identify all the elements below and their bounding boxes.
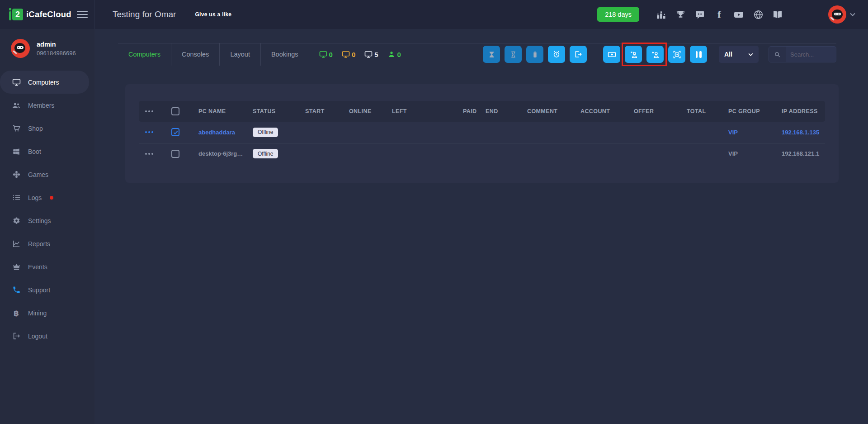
column-header-pc-group: PC GROUP xyxy=(725,101,778,122)
chevron-down-icon xyxy=(850,13,855,16)
hourglass-button[interactable] xyxy=(505,46,522,63)
status-badge: Offline xyxy=(253,149,278,158)
sidebar-item-logs[interactable]: Logs xyxy=(0,186,89,209)
tab-consoles[interactable]: Consoles xyxy=(171,43,220,66)
facebook-icon[interactable]: f xyxy=(714,9,725,20)
search-box xyxy=(769,46,836,62)
count-online-pcs: 0 xyxy=(319,50,333,58)
youtube-icon[interactable] xyxy=(733,9,744,20)
alarm-clock-button[interactable] xyxy=(548,46,565,63)
sidebar-item-members[interactable]: Members xyxy=(0,94,89,117)
sidebar-item-shop[interactable]: Shop xyxy=(0,117,89,140)
discord-icon[interactable] xyxy=(694,9,705,20)
column-header-comment: COMMENT xyxy=(524,101,577,122)
table-header-row: PC NAME STATUS START ONLINE LEFT PAID EN… xyxy=(139,101,825,122)
sidebar-item-label: Logs xyxy=(28,194,42,201)
list-icon xyxy=(12,193,21,202)
user-menu[interactable] xyxy=(828,5,855,24)
row-actions-icon[interactable] xyxy=(145,110,164,112)
chart-icon xyxy=(12,239,21,248)
logout-icon xyxy=(12,332,21,341)
sidebar-item-computers[interactable]: Computers xyxy=(0,71,89,94)
column-header-online: ONLINE xyxy=(345,101,388,122)
column-header-ip-address: IP ADDRESS xyxy=(778,101,825,122)
ip-address-link[interactable]: 192.168.121.1 xyxy=(782,150,819,157)
sidebar-item-settings[interactable]: Settings xyxy=(0,209,89,232)
globe-icon[interactable] xyxy=(753,9,764,20)
battery-icon xyxy=(531,51,539,58)
sidebar-item-boot[interactable]: Boot xyxy=(0,140,89,163)
image-frame-button[interactable] xyxy=(668,46,685,63)
hourglass-filled-button[interactable] xyxy=(483,46,500,63)
sign-out-button[interactable] xyxy=(570,46,587,63)
crown-icon xyxy=(12,262,21,272)
monitor-icon xyxy=(342,50,350,58)
ip-address-link[interactable]: 192.168.1.135 xyxy=(782,129,819,136)
sidebar-item-mining[interactable]: ฿ Mining xyxy=(0,301,89,324)
sidebar-item-logout[interactable]: Logout xyxy=(0,324,89,348)
tab-layout[interactable]: Layout xyxy=(220,43,261,66)
row-checkbox[interactable] xyxy=(171,150,179,158)
sidebar-item-label: Events xyxy=(28,263,47,271)
sidebar-item-label: Games xyxy=(28,171,48,178)
gear-icon xyxy=(12,216,21,225)
sidebar-item-label: Shop xyxy=(28,125,43,132)
tab-bookings[interactable]: Bookings xyxy=(261,43,309,66)
sidebar-item-reports[interactable]: Reports xyxy=(0,232,89,255)
add-member-star-button[interactable] xyxy=(625,46,642,63)
sidebar-item-label: Reports xyxy=(28,240,50,248)
cash-button[interactable] xyxy=(603,46,620,63)
sidebar: admin 096184986696 Computers Members Sho… xyxy=(0,29,94,424)
hamburger-menu-icon[interactable] xyxy=(77,11,88,18)
add-member-button[interactable] xyxy=(646,46,664,63)
sidebar-item-games[interactable]: Games xyxy=(0,163,89,186)
pc-name-link[interactable]: desktop-6j3rg… xyxy=(198,150,243,157)
select-all-checkbox[interactable] xyxy=(171,107,179,115)
cash-icon xyxy=(608,50,616,59)
sidebar-nav: Computers Members Shop Boot Games xyxy=(0,71,94,348)
count-busy-pcs: 0 xyxy=(342,50,355,58)
status-badge: Offline xyxy=(253,128,278,137)
give-us-a-like-link[interactable]: Give us a like xyxy=(195,11,231,18)
hourglass-filled-icon xyxy=(488,51,495,58)
tab-computers[interactable]: Computers xyxy=(118,43,171,66)
trophy-icon[interactable] xyxy=(675,9,686,20)
alarm-clock-icon xyxy=(552,50,561,58)
column-header-account: ACCOUNT xyxy=(577,101,630,122)
sidebar-item-support[interactable]: Support xyxy=(0,278,89,301)
row-actions-icon[interactable] xyxy=(145,131,164,133)
search-icon xyxy=(769,47,786,62)
row-actions-icon[interactable] xyxy=(145,153,164,155)
pc-name-link[interactable]: abedhaddara xyxy=(198,129,235,136)
status-counts: 0 0 5 0 xyxy=(319,50,401,58)
phone-icon xyxy=(12,286,21,295)
brand-name: iCafeCloud xyxy=(26,10,77,19)
sidebar-item-events[interactable]: Events xyxy=(0,255,89,278)
sidebar-item-label: Computers xyxy=(28,79,59,86)
subscription-days-badge[interactable]: 218 days xyxy=(597,7,639,22)
monitor-icon xyxy=(364,50,373,58)
monitor-icon xyxy=(319,50,327,58)
table-row: desktop-6j3rg… Offline VIP 192.168.121.1 xyxy=(139,143,825,164)
sidebar-item-label: Logout xyxy=(28,333,47,340)
column-header-start: START xyxy=(302,101,345,122)
page-title: Testing for Omar xyxy=(113,10,176,19)
windows-icon xyxy=(12,147,21,156)
sidebar-item-label: Members xyxy=(28,102,54,109)
pause-button[interactable] xyxy=(690,46,707,63)
monitor-icon xyxy=(12,78,21,87)
toolbar-group-1 xyxy=(483,46,587,63)
search-input[interactable] xyxy=(786,47,836,62)
pc-group-filter-select[interactable]: All xyxy=(719,46,759,63)
battery-button[interactable] xyxy=(526,46,543,63)
sidebar-item-label: Boot xyxy=(28,148,41,155)
row-checkbox[interactable] xyxy=(171,128,179,136)
column-header-pc-name: PC NAME xyxy=(195,101,249,122)
sidebar-item-label: Mining xyxy=(28,310,47,317)
book-icon[interactable] xyxy=(772,9,783,20)
topbar: 2 iCafeCloud Testing for Omar Give us a … xyxy=(0,0,868,29)
podium-icon[interactable] xyxy=(656,9,666,20)
avatar xyxy=(11,39,30,58)
toolbar-group-2 xyxy=(603,46,707,63)
add-member-star-icon xyxy=(629,50,638,59)
